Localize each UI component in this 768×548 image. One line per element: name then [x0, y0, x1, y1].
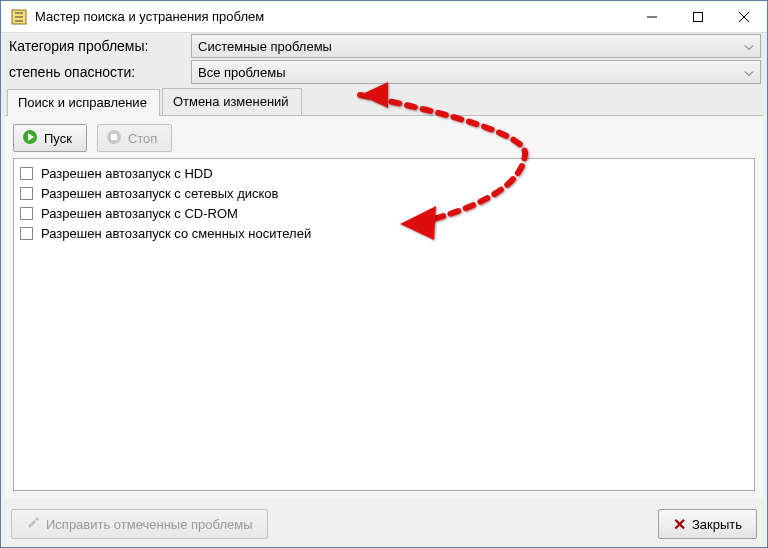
play-icon	[22, 129, 38, 148]
start-label: Пуск	[44, 131, 72, 146]
fix-button: Исправить отмеченные проблемы	[11, 509, 268, 539]
chevron-down-icon	[744, 65, 754, 80]
category-value: Системные проблемы	[198, 39, 332, 54]
item-label: Разрешен автозапуск с HDD	[41, 166, 213, 181]
stop-icon	[106, 129, 122, 148]
item-label: Разрешен автозапуск со сменных носителей	[41, 226, 311, 241]
app-icon	[11, 9, 27, 25]
category-combo[interactable]: Системные проблемы	[191, 34, 761, 58]
window-title: Мастер поиска и устранения проблем	[35, 9, 629, 24]
toolbar: Пуск Стоп	[13, 124, 755, 152]
maximize-button[interactable]	[675, 1, 721, 33]
tab-bar: Поиск и исправление Отмена изменений	[1, 85, 767, 115]
app-window: Мастер поиска и устранения проблем Катег…	[0, 0, 768, 548]
category-label: Категория проблемы:	[1, 38, 191, 54]
list-item[interactable]: Разрешен автозапуск с CD-ROM	[20, 203, 748, 223]
tab-search-fix-label: Поиск и исправление	[18, 95, 147, 110]
list-item[interactable]: Разрешен автозапуск с HDD	[20, 163, 748, 183]
tab-body: Пуск Стоп Разрешен автозапуск с HDD Разр…	[5, 115, 763, 499]
bottom-bar: Исправить отмеченные проблемы ✕ Закрыть	[1, 505, 767, 547]
list-item[interactable]: Разрешен автозапуск с сетевых дисков	[20, 183, 748, 203]
close-window-button[interactable]	[721, 1, 767, 33]
checkbox[interactable]	[20, 187, 33, 200]
list-item[interactable]: Разрешен автозапуск со сменных носителей	[20, 223, 748, 243]
tab-search-fix[interactable]: Поиск и исправление	[7, 89, 160, 116]
problem-list[interactable]: Разрешен автозапуск с HDD Разрешен автоз…	[13, 158, 755, 491]
start-button[interactable]: Пуск	[13, 124, 87, 152]
checkbox[interactable]	[20, 207, 33, 220]
checkbox[interactable]	[20, 167, 33, 180]
svg-rect-4	[111, 134, 117, 140]
svg-rect-1	[694, 12, 703, 21]
tab-undo-label: Отмена изменений	[173, 94, 289, 109]
brush-icon	[26, 516, 40, 533]
close-label: Закрыть	[692, 517, 742, 532]
close-icon: ✕	[673, 515, 686, 534]
close-button[interactable]: ✕ Закрыть	[658, 509, 757, 539]
item-label: Разрешен автозапуск с сетевых дисков	[41, 186, 278, 201]
chevron-down-icon	[744, 39, 754, 54]
item-label: Разрешен автозапуск с CD-ROM	[41, 206, 238, 221]
stop-label: Стоп	[128, 131, 157, 146]
titlebar: Мастер поиска и устранения проблем	[1, 1, 767, 33]
stop-button: Стоп	[97, 124, 172, 152]
severity-combo[interactable]: Все проблемы	[191, 60, 761, 84]
checkbox[interactable]	[20, 227, 33, 240]
fix-label: Исправить отмеченные проблемы	[46, 517, 253, 532]
filter-panel: Категория проблемы: Системные проблемы с…	[1, 33, 767, 85]
minimize-button[interactable]	[629, 1, 675, 33]
tab-undo[interactable]: Отмена изменений	[162, 88, 302, 115]
severity-value: Все проблемы	[198, 65, 285, 80]
severity-label: степень опасности:	[1, 64, 191, 80]
